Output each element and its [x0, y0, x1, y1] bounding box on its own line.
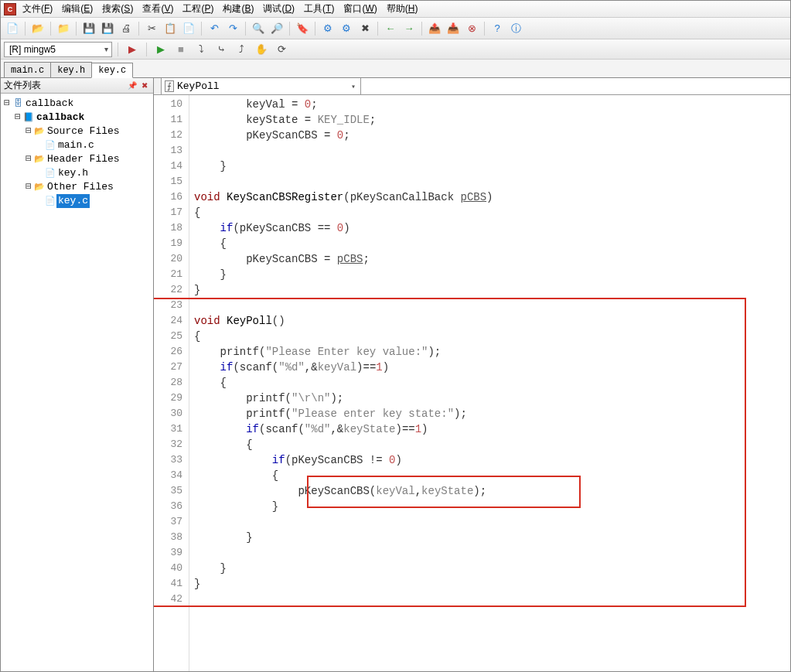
export-icon[interactable]: 📤 [426, 20, 443, 37]
sidebar-title-label: 文件列表 [4, 79, 41, 92]
code-line-41[interactable]: } [194, 576, 786, 592]
bookmark-icon[interactable]: 🔖 [294, 20, 311, 37]
tree-file-main-c[interactable]: 📄main.c [2, 138, 152, 152]
code-line-23[interactable] [194, 298, 786, 313]
close-panel-icon[interactable]: ✖ [139, 80, 150, 91]
code-content[interactable]: keyVal = 0; keyState = KEY_IDLE; pKeySca… [189, 95, 790, 671]
tab-key-h[interactable]: key.h [50, 62, 92, 77]
new-project-icon[interactable]: 📁 [55, 20, 72, 37]
import-icon[interactable]: 📥 [445, 20, 462, 37]
cut-icon[interactable]: ✂ [143, 20, 160, 37]
code-line-42[interactable] [194, 592, 786, 607]
paste-icon[interactable]: 📄 [180, 20, 197, 37]
menu-s[interactable]: 搜索(S) [97, 1, 138, 17]
code-line-28[interactable]: { [194, 375, 786, 391]
code-line-24[interactable]: void KeyPoll() [194, 313, 786, 329]
close-doc-icon[interactable]: ⊗ [463, 20, 480, 37]
sidebar: 文件列表 📌 ✖ ⊟🗄callback⊟📘callback⊟📂Source Fi… [1, 78, 154, 671]
code-line-10[interactable]: keyVal = 0; [194, 97, 786, 112]
code-line-13[interactable] [194, 143, 786, 159]
tab-key-c[interactable]: key.c [91, 63, 133, 78]
tab-main-c[interactable]: main.c [4, 62, 51, 77]
run-icon[interactable]: ▶ [152, 41, 169, 58]
redo-icon[interactable]: ↷ [224, 20, 241, 37]
print-icon[interactable]: 🖨 [118, 20, 135, 37]
code-line-36[interactable]: } [194, 499, 786, 514]
build-icon[interactable]: ⚙ [319, 20, 336, 37]
menu-t[interactable]: 工具(T) [299, 1, 339, 17]
code-line-22[interactable]: } [194, 282, 786, 298]
nav-fwd-icon[interactable]: → [401, 20, 418, 37]
pin-icon[interactable]: 📌 [127, 80, 138, 91]
save-icon[interactable]: 💾 [80, 20, 97, 37]
code-line-12[interactable]: pKeyScanCBS = 0; [194, 128, 786, 143]
code-line-39[interactable] [194, 545, 786, 561]
info-icon[interactable]: ⓘ [507, 20, 524, 37]
code-line-16[interactable]: void KeyScanCBSRegister(pKeyScanCallBack… [194, 189, 786, 205]
tree-file-key-h[interactable]: 📄key.h [2, 166, 152, 180]
code-line-18[interactable]: if(pKeyScanCBS == 0) [194, 220, 786, 236]
debug-start-icon[interactable]: ▶ [124, 41, 141, 58]
continue-icon[interactable]: ⟳ [273, 41, 290, 58]
code-line-34[interactable]: { [194, 468, 786, 483]
code-line-40[interactable]: } [194, 561, 786, 576]
code-line-30[interactable]: printf("Please enter key state:"); [194, 406, 786, 421]
find-icon[interactable]: 🔍 [250, 20, 267, 37]
nav-back-icon[interactable]: ← [382, 20, 399, 37]
step-into-icon[interactable]: ⤷ [213, 41, 230, 58]
code-line-29[interactable]: printf("\r\n"); [194, 391, 786, 406]
breakpoint-icon[interactable]: ✋ [253, 41, 270, 58]
code-line-15[interactable] [194, 174, 786, 189]
code-line-19[interactable]: { [194, 236, 786, 251]
code-line-31[interactable]: if(scanf("%d",&keyState)==1) [194, 421, 786, 437]
menu-f[interactable]: 文件(F) [18, 1, 57, 17]
code-line-37[interactable] [194, 514, 786, 530]
debug-toolbar: [R] mingw5 ▶ ▶ ■ ⤵ ⤷ ⤴ ✋ ⟳ [1, 39, 790, 60]
code-line-33[interactable]: if(pKeyScanCBS != 0) [194, 452, 786, 468]
code-line-11[interactable]: keyState = KEY_IDLE; [194, 112, 786, 128]
line-gutter: 10 11 12 13 14 15 16 17 18 19 20 21 22 2… [154, 95, 189, 671]
tree-folder-header-files[interactable]: ⊟📂Header Files [2, 152, 152, 166]
rebuild-icon[interactable]: ⚙ [338, 20, 355, 37]
new-file-icon[interactable]: 📄 [4, 20, 21, 37]
find-in-files-icon[interactable]: 🔎 [268, 20, 285, 37]
step-over-icon[interactable]: ⤵ [193, 41, 210, 58]
code-line-38[interactable]: } [194, 530, 786, 545]
menu-w[interactable]: 窗口(W) [339, 1, 381, 17]
build-target-select[interactable]: [R] mingw5 [4, 42, 112, 57]
menu-b[interactable]: 构建(B) [218, 1, 258, 17]
code-line-27[interactable]: if(scanf("%d",&keyVal)==1) [194, 360, 786, 375]
function-selector[interactable]: ⨍ KeyPoll [162, 78, 361, 94]
open-icon[interactable]: 📂 [29, 20, 46, 37]
editor-area: ⨍ KeyPoll 10 11 12 13 14 15 16 17 18 19 … [154, 78, 790, 671]
step-out-icon[interactable]: ⤴ [233, 41, 250, 58]
clean-icon[interactable]: ✖ [356, 20, 373, 37]
main-toolbar: 📄 📂 📁 💾 💾 🖨 ✂ 📋 📄 ↶ ↷ 🔍 🔎 🔖 ⚙ ⚙ ✖ ← → 📤 … [1, 18, 790, 39]
copy-icon[interactable]: 📋 [162, 20, 179, 37]
tree-folder-source-files[interactable]: ⊟📂Source Files [2, 125, 152, 138]
menu-d[interactable]: 调试(D) [258, 1, 299, 17]
undo-icon[interactable]: ↶ [206, 20, 223, 37]
code-line-14[interactable]: } [194, 159, 786, 174]
help-icon[interactable]: ? [489, 20, 506, 37]
menu-e[interactable]: 编辑(E) [57, 1, 97, 17]
tree-project[interactable]: ⊟📘callback [2, 111, 152, 125]
save-all-icon[interactable]: 💾 [99, 20, 116, 37]
code-line-32[interactable]: { [194, 437, 786, 452]
function-kind-icon: ⨍ [165, 80, 174, 92]
menu-p[interactable]: 工程(P) [178, 1, 218, 17]
code-editor[interactable]: 10 11 12 13 14 15 16 17 18 19 20 21 22 2… [154, 95, 790, 671]
code-line-20[interactable]: pKeyScanCBS = pCBS; [194, 251, 786, 267]
code-line-35[interactable]: pKeyScanCBS(keyVal,keyState); [194, 483, 786, 499]
code-line-17[interactable]: { [194, 205, 786, 220]
file-tree[interactable]: ⊟🗄callback⊟📘callback⊟📂Source Files📄main.… [1, 94, 153, 671]
tree-workspace[interactable]: ⊟🗄callback [2, 97, 152, 111]
code-line-26[interactable]: printf("Please Enter key value:"); [194, 344, 786, 360]
menu-v[interactable]: 查看(V) [138, 1, 178, 17]
tree-file-key-c[interactable]: 📄key.c [2, 194, 152, 208]
code-line-25[interactable]: { [194, 329, 786, 344]
tree-folder-other-files[interactable]: ⊟📂Other Files [2, 180, 152, 194]
menu-h[interactable]: 帮助(H) [382, 1, 423, 17]
code-line-21[interactable]: } [194, 267, 786, 282]
stop-icon[interactable]: ■ [172, 41, 189, 58]
